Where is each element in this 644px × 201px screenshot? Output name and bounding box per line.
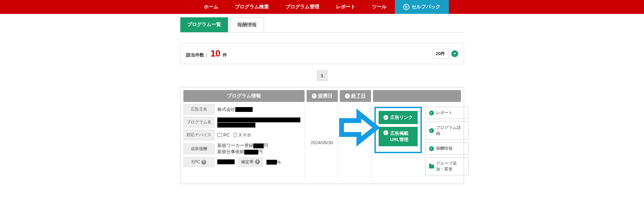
folder-icon: [429, 165, 434, 168]
header-partner-date[interactable]: 提携日: [307, 90, 338, 102]
tabs: プログラム一覧 報酬情報: [180, 17, 464, 33]
count-label: 該当件数：: [186, 52, 209, 58]
url-manage-button[interactable]: 広告掲載URL管理: [379, 127, 418, 146]
per-page-chevron-icon[interactable]: [451, 50, 458, 57]
pc-icon: [217, 133, 222, 137]
help-icon[interactable]: ?: [201, 160, 206, 165]
value-program-name: [215, 117, 302, 128]
help-icon[interactable]: ?: [255, 159, 260, 164]
top-nav: ホーム プログラム検索 プログラム管理 レポート ツール S セルフバック: [0, 0, 644, 14]
value-end-date: [340, 104, 371, 181]
redacted: [253, 143, 264, 148]
pager: 1: [180, 70, 464, 81]
label-fixed-rate: 確定率 ?: [238, 157, 263, 167]
arrow-right-icon: [429, 146, 434, 151]
report-button[interactable]: レポート: [425, 107, 469, 119]
program-detail-button[interactable]: プログラム詳細: [425, 122, 469, 140]
redacted: [217, 159, 235, 164]
arrow-right-icon: [383, 115, 388, 120]
chevron-down-icon: [345, 94, 350, 98]
group-edit-button[interactable]: グループ追加・変更: [425, 157, 469, 175]
per-page-select[interactable]: 20件: [433, 49, 448, 59]
nav-report[interactable]: レポート: [328, 0, 364, 14]
nav-home[interactable]: ホーム: [196, 0, 227, 14]
redacted: [217, 123, 255, 128]
ad-link-button[interactable]: 広告リンク: [379, 111, 418, 124]
header-program-info: プログラム情報: [183, 90, 305, 102]
value-partner-date: 2024/06/30: [307, 104, 338, 181]
redacted: [244, 150, 258, 155]
arrow-right-icon: [429, 111, 434, 115]
chevron-down-icon: [312, 94, 317, 98]
value-device: PC スマホ: [215, 132, 302, 138]
redacted: [266, 160, 277, 165]
highlight-box: 広告リンク 広告掲載URL管理: [374, 107, 422, 153]
nav-tool[interactable]: ツール: [364, 0, 395, 14]
label-reward: 成果報酬: [183, 143, 215, 154]
header-end-date[interactable]: 終了日: [340, 90, 371, 102]
label-epc: EPC ?: [183, 157, 215, 167]
label-program-name: プログラム名: [183, 117, 215, 128]
label-advertiser: 広告主名: [183, 104, 215, 115]
program-table: プログラム情報 提携日 終了日 広告主名 株式会社 プログラム名: [180, 87, 464, 184]
value-reward: 新規ワーカー登録円 新規仕事依頼円: [215, 142, 302, 155]
value-advertiser: 株式会社: [215, 106, 302, 113]
nav-program-manage[interactable]: プログラム管理: [277, 0, 328, 14]
tab-reward-info[interactable]: 報酬情報: [230, 17, 264, 32]
redacted: [217, 117, 300, 122]
redacted: [235, 107, 253, 112]
arrow-right-icon: [429, 128, 434, 133]
page-1-button[interactable]: 1: [317, 70, 327, 81]
count-bar: 該当件数： 10 件 20件: [180, 43, 464, 64]
program-row: 広告主名 株式会社 プログラム名 対応デバイス PC: [183, 104, 461, 181]
header-actions: [373, 90, 461, 102]
reward-info-button[interactable]: 報酬情報: [425, 142, 469, 155]
nav-selfback[interactable]: S セルフバック: [395, 0, 449, 14]
count-suffix: 件: [223, 52, 227, 58]
smartphone-icon: [234, 133, 236, 137]
value-epc: 確定率 ? %: [215, 157, 302, 167]
arrow-right-icon: [383, 130, 388, 135]
count-value: 10: [210, 48, 220, 59]
selfback-icon: S: [403, 4, 409, 10]
label-device: 対応デバイス: [183, 130, 215, 140]
tab-program-list[interactable]: プログラム一覧: [180, 17, 228, 32]
nav-program-search[interactable]: プログラム検索: [227, 0, 277, 14]
